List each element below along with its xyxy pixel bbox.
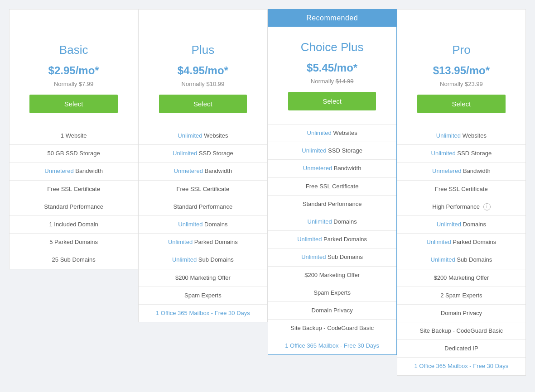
plan-card-plus: Plus $4.95/mo* Normally $10.99 Select Un…	[138, 9, 267, 322]
feature-item: $200 Marketing Offer	[397, 269, 525, 287]
highlight-text: Unlimited	[430, 256, 455, 263]
feature-item: Site Backup - CodeGuard Basic	[268, 319, 396, 337]
feature-item: 1 Included Domain	[10, 215, 138, 233]
highlight-text: Unlimited	[297, 236, 322, 243]
feature-item: Standard Performance	[139, 198, 267, 215]
highlight-text: Unlimited	[302, 147, 326, 154]
highlight-text: Unmetered	[44, 167, 73, 174]
select-button-plus[interactable]: Select	[159, 95, 247, 113]
feature-item: Standard Performance	[268, 195, 396, 213]
plan-card-choice-plus: Recommended Choice Plus $5.45/mo* Normal…	[268, 9, 397, 355]
plan-name-pro: Pro	[406, 43, 516, 57]
feature-item: Unlimited Domains	[268, 213, 396, 230]
highlight-text: Unlimited	[426, 239, 451, 245]
plan-card-basic: Basic $2.95/mo* Normally $7.99 Select 1 …	[9, 9, 138, 269]
highlight-text: Unmetered	[174, 167, 203, 174]
features-list-choice-plus: Unlimited WebsitesUnlimited SSD StorageU…	[268, 124, 396, 354]
feature-item: 50 GB SSD Storage	[10, 144, 138, 162]
office365-link[interactable]: 1 Office 365 Mailbox - Free 30 Days	[285, 342, 379, 349]
plan-normal-price-pro: Normally $23.99	[406, 81, 516, 87]
plan-header-basic: Basic $2.95/mo* Normally $7.99 Select	[10, 29, 138, 127]
feature-item: $200 Marketing Offer	[268, 266, 396, 284]
plan-header-pro: Pro $13.95/mo* Normally $23.99 Select	[397, 29, 525, 127]
plan-name-plus: Plus	[148, 43, 258, 57]
plan-price-basic: $2.95/mo*	[19, 64, 129, 77]
feature-item: Unmetered Bandwidth	[10, 162, 138, 180]
feature-item: 5 Parked Domains	[10, 233, 138, 251]
feature-item: Free SSL Certificate	[10, 180, 138, 198]
feature-item: Unlimited Sub Domains	[139, 251, 267, 268]
feature-item: Domain Privacy	[397, 304, 525, 322]
highlight-text: Unlimited	[168, 239, 193, 245]
recommended-badge: Recommended	[268, 10, 396, 27]
feature-item: Unlimited Parked Domains	[268, 230, 396, 248]
plan-header-plus: Plus $4.95/mo* Normally $10.99 Select	[139, 29, 267, 127]
plan-name-choice-plus: Choice Plus	[277, 40, 387, 54]
feature-item: Unmetered Bandwidth	[268, 159, 396, 177]
feature-item: Unlimited Websites	[268, 124, 396, 142]
office365-link[interactable]: 1 Office 365 Mailbox - Free 30 Days	[414, 363, 508, 369]
feature-item: Unlimited Sub Domains	[397, 251, 525, 268]
feature-item: Unmetered Bandwidth	[139, 162, 267, 180]
feature-item: 1 Office 365 Mailbox - Free 30 Days	[397, 357, 525, 375]
plan-name-basic: Basic	[19, 43, 129, 57]
plan-normal-price-choice-plus: Normally $14.99	[277, 78, 387, 85]
feature-item: Free SSL Certificate	[268, 177, 396, 195]
highlight-text: Unlimited	[308, 218, 332, 225]
office365-link[interactable]: 1 Office 365 Mailbox - Free 30 Days	[156, 310, 250, 316]
feature-item: Site Backup - CodeGuard Basic	[397, 322, 525, 339]
feature-item: Unlimited Domains	[139, 215, 267, 233]
highlight-text: Unmetered	[432, 167, 461, 174]
feature-item: 1 Website	[10, 127, 138, 144]
plan-price-plus: $4.95/mo*	[148, 64, 258, 77]
highlight-text: Unlimited	[307, 129, 332, 136]
highlight-text: Unlimited	[172, 256, 197, 263]
features-list-pro: Unlimited WebsitesUnlimited SSD StorageU…	[397, 127, 525, 375]
select-button-pro[interactable]: Select	[417, 95, 506, 113]
plan-card-pro: Pro $13.95/mo* Normally $23.99 Select Un…	[397, 9, 526, 376]
feature-item: 25 Sub Domains	[10, 251, 138, 268]
highlight-text: Unlimited	[437, 221, 461, 228]
feature-item: Unlimited Websites	[139, 127, 267, 144]
plan-header-choice-plus: Choice Plus $5.45/mo* Normally $14.99 Se…	[268, 27, 396, 124]
feature-item: Unlimited SSD Storage	[268, 142, 396, 159]
highlight-text: Unmetered	[303, 165, 332, 172]
feature-item: Domain Privacy	[268, 301, 396, 319]
feature-item: Unmetered Bandwidth	[397, 162, 525, 180]
select-button-choice-plus[interactable]: Select	[288, 92, 376, 110]
highlight-text: Unlimited	[431, 150, 456, 157]
feature-item: 2 Spam Experts	[397, 287, 525, 304]
plan-price-pro: $13.95/mo*	[406, 64, 516, 77]
plans-container: Basic $2.95/mo* Normally $7.99 Select 1 …	[9, 9, 526, 376]
highlight-text: Unlimited	[178, 221, 202, 228]
feature-item: High Performance i	[397, 198, 525, 215]
features-list-basic: 1 Website50 GB SSD StorageUnmetered Band…	[10, 127, 138, 269]
feature-item: Unlimited Websites	[397, 127, 525, 144]
select-button-basic[interactable]: Select	[29, 95, 118, 113]
plan-price-choice-plus: $5.45/mo*	[277, 62, 387, 74]
feature-item: 1 Office 365 Mailbox - Free 30 Days	[268, 337, 396, 354]
feature-item: Standard Performance	[10, 198, 138, 215]
highlight-text: Unlimited	[173, 150, 197, 157]
feature-item: Unlimited Parked Domains	[397, 233, 525, 251]
feature-item: Free SSL Certificate	[397, 180, 525, 198]
feature-item: Unlimited SSD Storage	[139, 144, 267, 162]
feature-item: 1 Office 365 Mailbox - Free 30 Days	[139, 304, 267, 322]
feature-item: Unlimited Domains	[397, 215, 525, 233]
feature-item: Unlimited Sub Domains	[268, 248, 396, 266]
plan-normal-price-basic: Normally $7.99	[19, 81, 129, 87]
feature-item: Free SSL Certificate	[139, 180, 267, 198]
highlight-text: Unlimited	[178, 132, 202, 139]
feature-item: Dedicated IP	[397, 339, 525, 357]
feature-item: Spam Experts	[139, 287, 267, 304]
feature-item: Unlimited Parked Domains	[139, 233, 267, 251]
features-list-plus: Unlimited WebsitesUnlimited SSD StorageU…	[139, 127, 267, 322]
info-icon[interactable]: i	[483, 203, 491, 210]
feature-item: Unlimited SSD Storage	[397, 144, 525, 162]
feature-item: $200 Marketing Offer	[139, 269, 267, 287]
feature-item: Spam Experts	[268, 284, 396, 301]
plan-normal-price-plus: Normally $10.99	[148, 81, 258, 87]
highlight-text: Unlimited	[301, 253, 326, 260]
highlight-text: Unlimited	[436, 132, 461, 139]
